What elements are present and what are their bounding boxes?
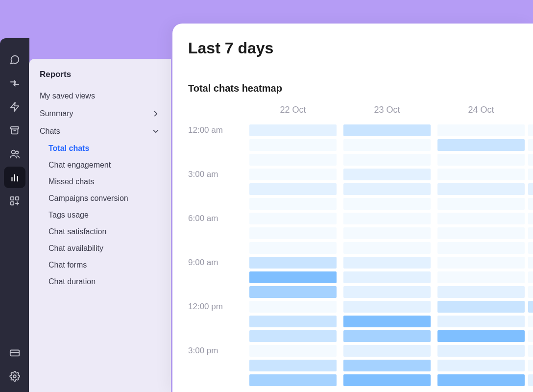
heatmap-cell[interactable] xyxy=(249,227,337,239)
heatmap-cell[interactable] xyxy=(249,198,337,210)
nav-tags-usage[interactable]: Tags usage xyxy=(29,207,171,223)
nav-label: Chat availability xyxy=(48,244,103,253)
arrows-icon[interactable] xyxy=(4,73,25,94)
heatmap-cell[interactable] xyxy=(437,330,525,342)
nav-missed-chats[interactable]: Missed chats xyxy=(29,173,171,190)
heatmap-cell[interactable] xyxy=(343,301,431,313)
heatmap-cell[interactable] xyxy=(343,345,431,357)
heatmap-cell[interactable] xyxy=(528,213,533,224)
heatmap-cell[interactable] xyxy=(437,183,525,195)
heatmap-cell[interactable] xyxy=(343,124,431,136)
nav-campaigns-conversion[interactable]: Campaigns conversion xyxy=(29,190,171,207)
team-icon[interactable] xyxy=(4,143,25,165)
heatmap-cell[interactable] xyxy=(249,257,337,269)
nav-chat-duration[interactable]: Chat duration xyxy=(29,273,171,290)
heatmap-cell[interactable] xyxy=(528,257,533,269)
heatmap-cell[interactable] xyxy=(437,154,525,166)
heatmap-cell[interactable] xyxy=(528,227,533,239)
heatmap-cell[interactable] xyxy=(437,198,525,210)
heatmap-cell[interactable] xyxy=(343,360,431,371)
heatmap-cell[interactable] xyxy=(528,286,533,298)
heatmap-cell[interactable] xyxy=(343,316,431,327)
archive-icon[interactable] xyxy=(4,120,25,141)
heatmap-cell[interactable] xyxy=(343,257,431,269)
nav-total-chats[interactable]: Total chats xyxy=(29,140,171,157)
heatmap-cell[interactable] xyxy=(528,271,533,283)
svg-rect-9 xyxy=(16,197,19,200)
heatmap-cell[interactable] xyxy=(437,257,525,269)
heatmap-cell[interactable] xyxy=(343,330,431,342)
content-card: Last 7 days Total chats heatmap 22 Oct 2… xyxy=(172,24,533,392)
heatmap-cell[interactable] xyxy=(249,360,337,371)
nav-label: Missed chats xyxy=(48,177,94,186)
heatmap-cell[interactable] xyxy=(343,227,431,239)
heatmap-cell[interactable] xyxy=(437,316,525,327)
heatmap-cell[interactable] xyxy=(528,169,533,180)
heatmap-row xyxy=(188,227,533,240)
heatmap-cell[interactable] xyxy=(528,242,533,254)
heatmap-cell[interactable] xyxy=(528,360,533,371)
nav-my-saved-views[interactable]: My saved views xyxy=(29,87,171,105)
heatmap-cell[interactable] xyxy=(437,169,525,180)
heatmap-cell[interactable] xyxy=(437,271,525,283)
heatmap-cell[interactable] xyxy=(249,242,337,254)
heatmap-cell[interactable] xyxy=(249,345,337,357)
nav-chat-engagement[interactable]: Chat engagement xyxy=(29,157,171,173)
heatmap-cell[interactable] xyxy=(249,271,337,283)
heatmap-cell[interactable] xyxy=(343,169,431,180)
heatmap-cell[interactable] xyxy=(249,139,337,151)
nav-chat-forms[interactable]: Chat forms xyxy=(29,257,171,273)
heatmap-cell[interactable] xyxy=(528,124,533,136)
heatmap-cell[interactable] xyxy=(249,301,337,313)
heatmap-cell[interactable] xyxy=(528,301,533,313)
heatmap-cell[interactable] xyxy=(528,316,533,327)
nav-chat-availability[interactable]: Chat availability xyxy=(29,240,171,257)
heatmap-cell[interactable] xyxy=(437,374,525,386)
heatmap-cell[interactable] xyxy=(343,286,431,298)
bolt-icon[interactable] xyxy=(4,96,25,118)
heatmap-cell[interactable] xyxy=(528,198,533,210)
heatmap-cell[interactable] xyxy=(528,139,533,151)
heatmap-cell[interactable] xyxy=(437,345,525,357)
heatmap-cell[interactable] xyxy=(249,124,337,136)
heatmap-cell[interactable] xyxy=(528,154,533,166)
heatmap-cell[interactable] xyxy=(343,213,431,224)
svg-rect-13 xyxy=(10,350,19,356)
heatmap-cell[interactable] xyxy=(343,139,431,151)
heatmap-cell[interactable] xyxy=(528,183,533,195)
heatmap-cell[interactable] xyxy=(437,301,525,313)
heatmap-cell[interactable] xyxy=(249,183,337,195)
chat-icon[interactable] xyxy=(4,49,25,71)
reports-icon[interactable] xyxy=(4,167,25,188)
billing-icon[interactable] xyxy=(4,342,25,364)
heatmap-cell[interactable] xyxy=(437,360,525,371)
time-label: 12:00 pm xyxy=(188,302,246,312)
heatmap-cell[interactable] xyxy=(249,213,337,224)
nav-chat-satisfaction[interactable]: Chat satisfaction xyxy=(29,223,171,240)
heatmap-cell[interactable] xyxy=(343,183,431,195)
heatmap-cell[interactable] xyxy=(528,374,533,386)
heatmap-cell[interactable] xyxy=(343,198,431,210)
heatmap-cell[interactable] xyxy=(437,286,525,298)
heatmap-cell[interactable] xyxy=(343,271,431,283)
heatmap-cell[interactable] xyxy=(528,330,533,342)
heatmap-cell[interactable] xyxy=(343,374,431,386)
heatmap-cell[interactable] xyxy=(249,286,337,298)
heatmap-cell[interactable] xyxy=(249,374,337,386)
heatmap-cell[interactable] xyxy=(528,345,533,357)
heatmap-cell[interactable] xyxy=(437,124,525,136)
heatmap-cell[interactable] xyxy=(249,169,337,180)
heatmap-cell[interactable] xyxy=(437,213,525,224)
heatmap-cell[interactable] xyxy=(249,330,337,342)
heatmap-cell[interactable] xyxy=(437,242,525,254)
apps-icon[interactable] xyxy=(4,190,25,212)
heatmap-cell[interactable] xyxy=(343,154,431,166)
settings-icon[interactable] xyxy=(4,366,25,387)
nav-summary[interactable]: Summary xyxy=(29,105,171,122)
heatmap-cell[interactable] xyxy=(249,316,337,327)
heatmap-cell[interactable] xyxy=(437,227,525,239)
heatmap-cell[interactable] xyxy=(343,242,431,254)
nav-chats[interactable]: Chats xyxy=(29,122,171,140)
heatmap-cell[interactable] xyxy=(437,139,525,151)
heatmap-cell[interactable] xyxy=(249,154,337,166)
